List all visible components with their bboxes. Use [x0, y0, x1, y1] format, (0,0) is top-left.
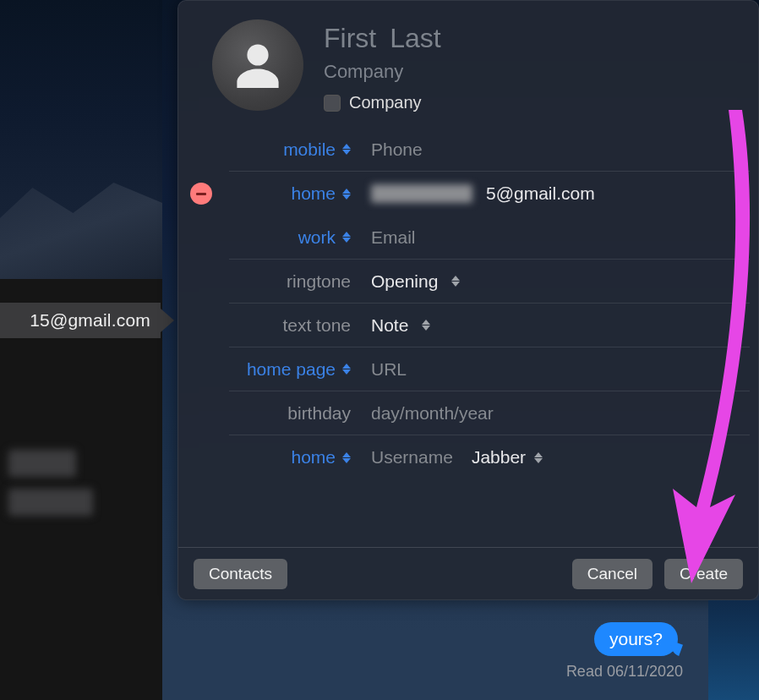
stepper-icon[interactable]: [342, 144, 351, 155]
im-username-input[interactable]: Username: [371, 447, 453, 468]
field-label-ringtone: ringtone: [229, 271, 356, 292]
contact-fields: mobile Phone home 5@gmail.com: [178, 128, 758, 547]
stepper-icon: [422, 320, 430, 331]
company-checkbox[interactable]: [324, 95, 341, 112]
field-row-homepage: home page URL: [229, 347, 750, 391]
stepper-icon: [534, 452, 543, 463]
avatar-placeholder[interactable]: [212, 19, 303, 111]
stepper-icon[interactable]: [342, 189, 351, 200]
field-row-ringtone: ringtone Opening: [229, 260, 750, 304]
phone-input[interactable]: Phone: [371, 139, 423, 160]
field-row-mobile: mobile Phone: [229, 128, 750, 172]
field-row-im: home Username Jabber: [229, 435, 750, 479]
person-icon: [227, 35, 288, 96]
homepage-input[interactable]: URL: [371, 359, 407, 380]
read-receipt: Read 06/11/2020: [566, 663, 683, 681]
birthday-input[interactable]: day/month/year: [371, 403, 494, 424]
first-name-field[interactable]: First: [324, 23, 376, 54]
outgoing-message-bubble[interactable]: yours?: [594, 622, 678, 656]
svg-point-0: [247, 44, 268, 65]
last-name-field[interactable]: Last: [390, 23, 440, 54]
wallpaper-peek: [0, 0, 162, 279]
im-service-select[interactable]: Jabber: [472, 447, 543, 468]
redacted-email-prefix: [371, 184, 472, 203]
field-label-im[interactable]: home: [229, 447, 356, 468]
field-label-work[interactable]: work: [229, 227, 356, 248]
cancel-button[interactable]: Cancel: [572, 559, 653, 589]
redacted-text: [8, 450, 76, 477]
new-contact-popover: First Last Company Company mobile Phone: [177, 0, 759, 600]
open-contacts-button[interactable]: Contacts: [194, 559, 287, 589]
messages-sidebar: 15@gmail.com: [0, 0, 162, 700]
company-checkbox-label: Company: [349, 93, 422, 112]
stepper-icon[interactable]: [342, 364, 351, 375]
field-label-home[interactable]: home: [229, 183, 356, 204]
field-row-home-email: home 5@gmail.com: [229, 172, 750, 216]
field-label-homepage[interactable]: home page: [229, 359, 356, 380]
wallpaper-peek-right: [708, 600, 759, 700]
field-row-work-email: work Email: [229, 216, 750, 260]
field-label-mobile[interactable]: mobile: [229, 139, 356, 160]
text-tone-select[interactable]: Note: [356, 315, 750, 336]
field-label-birthday: birthday: [229, 403, 356, 424]
conversation-email: 15@gmail.com: [30, 310, 150, 331]
company-field[interactable]: Company: [324, 61, 403, 82]
redacted-text: [8, 489, 93, 516]
stepper-icon: [451, 276, 460, 287]
conversation-list-item[interactable]: 15@gmail.com: [0, 303, 161, 338]
popover-pointer: [161, 309, 174, 332]
field-row-text-tone: text tone Note: [229, 304, 750, 347]
stepper-icon[interactable]: [342, 452, 351, 463]
ringtone-select[interactable]: Opening: [356, 271, 750, 292]
contact-header: First Last Company Company: [178, 1, 758, 128]
popover-footer: Contacts Cancel Create: [178, 547, 758, 599]
create-button[interactable]: Create: [664, 559, 743, 589]
work-email-input[interactable]: Email: [371, 227, 416, 248]
home-email-value[interactable]: 5@gmail.com: [356, 183, 750, 204]
field-row-birthday: birthday day/month/year: [229, 391, 750, 435]
remove-field-button[interactable]: [190, 183, 212, 205]
field-label-text-tone: text tone: [229, 315, 356, 336]
wallpaper-mountain: [0, 178, 162, 279]
stepper-icon[interactable]: [342, 232, 351, 243]
